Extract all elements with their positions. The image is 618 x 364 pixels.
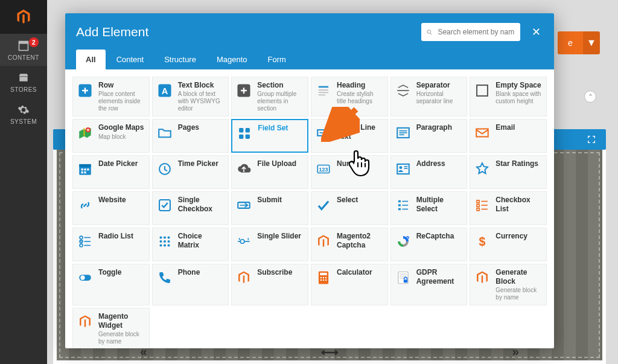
element-number[interactable]: 123Number <box>311 155 388 189</box>
sidebar-item-stores[interactable]: STORES <box>0 66 47 98</box>
upload-icon <box>235 161 252 177</box>
element-magento2-captcha[interactable]: Magento2 Captcha <box>311 228 388 261</box>
svg-point-80 <box>323 277 324 278</box>
svg-point-68 <box>164 244 166 247</box>
element-address[interactable]: Address <box>390 155 468 189</box>
svg-rect-42 <box>398 200 401 202</box>
element-radio-list[interactable]: Radio List <box>72 228 150 261</box>
element-date-picker[interactable]: Date Picker <box>72 155 150 189</box>
svg-rect-7 <box>319 86 328 88</box>
element-label: Email <box>495 123 515 132</box>
svg-rect-49 <box>482 201 488 202</box>
magento-logo[interactable] <box>0 0 47 34</box>
modal-body: RowPlace content elements inside the row… <box>65 69 554 348</box>
element-subscribe[interactable]: Subscribe <box>231 264 308 305</box>
element-label: Section <box>257 81 304 89</box>
svg-point-79 <box>320 277 322 278</box>
sidebar-item-system[interactable]: SYSTEM <box>0 98 47 130</box>
svg-rect-27 <box>79 164 91 167</box>
magento-icon <box>77 313 94 330</box>
element-field-set[interactable]: Field Set <box>231 119 308 153</box>
svg-rect-22 <box>399 130 407 132</box>
close-icon[interactable]: ✕ <box>529 25 543 39</box>
element-choice-matrix[interactable]: Choice Matrix <box>152 228 229 261</box>
element-calculator[interactable]: Calculator <box>311 264 388 305</box>
svg-rect-18 <box>246 135 250 139</box>
element-single-checkbox[interactable]: Single Checkbox <box>152 191 229 225</box>
heading-icon <box>315 82 332 99</box>
element-paragraph[interactable]: Paragraph <box>390 119 468 153</box>
svg-rect-43 <box>402 201 408 202</box>
svg-point-62 <box>164 237 166 239</box>
element-google-maps[interactable]: Google MapsMap block <box>72 119 150 153</box>
element-toggle[interactable]: Toggle <box>72 264 150 305</box>
element-star-ratings[interactable]: Star Ratings <box>470 155 547 189</box>
sidebar-item-content[interactable]: CONTENT 2 <box>0 34 47 66</box>
element-recaptcha[interactable]: ReCaptcha <box>390 228 468 261</box>
element-separator[interactable]: SeparatorHorizontal separator line <box>390 77 468 117</box>
submit-icon <box>235 197 252 214</box>
fullscreen-icon[interactable] <box>583 131 600 148</box>
element-multiple-select[interactable]: Multiple Select <box>390 191 468 225</box>
element-label: Star Ratings <box>495 159 538 168</box>
svg-point-63 <box>167 237 170 239</box>
svg-rect-31 <box>81 171 83 173</box>
modal-tabs: AllContentStructureMagentoForm <box>76 49 543 69</box>
tab-structure[interactable]: Structure <box>154 49 206 69</box>
element-row[interactable]: RowPlace content elements inside the row <box>72 77 150 117</box>
element-heading[interactable]: HeadingCreate stylish title headings <box>311 77 388 117</box>
collapse-toggle[interactable]: ⌃ <box>584 91 596 103</box>
element-submit[interactable]: Submit <box>231 191 308 225</box>
element-desc: Horizontal separator line <box>416 91 464 105</box>
svg-rect-52 <box>477 208 479 211</box>
element-section[interactable]: SectionGroup multiple elements in sectio… <box>231 77 308 117</box>
svg-point-81 <box>325 277 327 278</box>
svg-rect-87 <box>400 276 406 276</box>
element-text-block[interactable]: AText BlockA block of text with WYSIWYG … <box>152 77 229 117</box>
folder-icon <box>156 124 173 141</box>
empty-icon <box>474 82 491 99</box>
matrix-icon <box>156 233 173 250</box>
slider-icon <box>235 233 252 250</box>
svg-point-59 <box>80 244 83 247</box>
admin-sidebar: CONTENT 2 STORES SYSTEM <box>0 0 47 364</box>
element-label: Single Slider <box>257 232 301 240</box>
element-pages[interactable]: Pages <box>152 119 229 153</box>
search-box[interactable] <box>421 23 520 41</box>
element-desc: Create stylish title headings <box>337 91 384 105</box>
element-phone[interactable]: Phone <box>152 264 229 305</box>
element-select[interactable]: Select <box>311 191 388 225</box>
element-generate-block[interactable]: Generate BlockGenerate block by name <box>470 264 547 305</box>
checkbox-icon <box>156 197 173 214</box>
element-desc: Blank space with custom height <box>495 91 543 105</box>
element-gdpr-agreement[interactable]: GDPR Agreement <box>390 264 468 305</box>
search-input[interactable] <box>436 27 515 37</box>
radiolist-icon <box>77 233 94 250</box>
svg-point-83 <box>323 279 324 281</box>
tab-all[interactable]: All <box>76 49 106 69</box>
element-empty-space[interactable]: Empty SpaceBlank space with custom heigh… <box>470 77 547 117</box>
element-magento-widget[interactable]: Magento WidgetGenerate block by name <box>72 308 150 348</box>
element-label: Heading <box>337 81 384 89</box>
tab-form[interactable]: Form <box>258 49 296 69</box>
magento-icon <box>474 269 491 286</box>
element-website[interactable]: Website <box>72 191 150 225</box>
element-label: Submit <box>257 196 282 204</box>
svg-rect-73 <box>248 238 249 240</box>
element-email[interactable]: Email <box>470 119 547 153</box>
element-label: Radio List <box>98 232 133 240</box>
element-checkbox-list[interactable]: Checkbox List <box>470 191 547 225</box>
save-split-button[interactable]: e ▼ <box>558 31 600 54</box>
svg-point-37 <box>399 167 402 170</box>
element-single-line-text[interactable]: Single Line Text <box>311 119 388 153</box>
svg-rect-24 <box>399 135 404 136</box>
element-time-picker[interactable]: Time Picker <box>152 155 229 189</box>
element-label: Magento2 Captcha <box>337 232 384 249</box>
element-file-upload[interactable]: File Upload <box>231 155 308 189</box>
magento-icon <box>315 233 332 250</box>
svg-point-82 <box>320 279 322 281</box>
tab-magento[interactable]: Magento <box>207 49 257 69</box>
tab-content[interactable]: Content <box>107 49 154 69</box>
element-currency[interactable]: $Currency <box>470 228 547 261</box>
element-single-slider[interactable]: Single Slider <box>231 228 308 261</box>
